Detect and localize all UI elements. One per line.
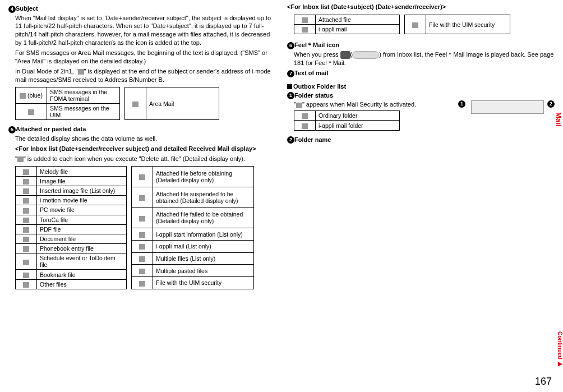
- file-row: Attached file suspended to be obtained (…: [153, 187, 254, 208]
- melody-icon: [23, 169, 29, 175]
- num-5-badge: 5: [8, 126, 16, 133]
- multiple-pasted-icon: [139, 269, 145, 274]
- file-row: Bookmark file: [37, 270, 127, 279]
- sms-blue-icon: [20, 93, 26, 99]
- attached-para-1: The detailed display shows the data volu…: [15, 135, 276, 143]
- sms-table-right: Area Mail: [124, 87, 219, 120]
- sms-blue-label: (blue): [27, 92, 43, 99]
- num-1-badge: 1: [287, 92, 294, 99]
- iappli-mail-icon: [139, 244, 145, 250]
- inbox-table-left: Attached file i-αppli mail: [294, 15, 400, 34]
- file-row: Other files: [37, 279, 127, 289]
- subject-para-3: In Dual Mode of 2in1, "" is displayed at…: [15, 67, 276, 84]
- attached-para-2: "" is added to each icon when you execut…: [15, 155, 276, 163]
- pdf-icon: [23, 227, 29, 233]
- dual-mode-icon: [78, 69, 84, 75]
- bookmark-icon: [23, 273, 29, 278]
- inbox-iappli-text: i-αppli mail: [316, 25, 400, 34]
- file-row: i-αppli start information (List only): [153, 228, 254, 241]
- file-row: Document file: [37, 234, 127, 244]
- continued-label: Continued ▶: [557, 331, 563, 367]
- att-before-icon: [139, 174, 145, 180]
- iappli-folder-icon: [302, 123, 308, 129]
- file-row: ToruCa file: [37, 215, 127, 224]
- pc-movie-icon: [23, 208, 29, 214]
- phonebook-icon: [23, 246, 29, 252]
- file-row: File with the UIM security: [153, 277, 254, 289]
- area-mail-icon: [132, 102, 139, 107]
- sms-foma-text: SMS messages in the FOMA terminal: [47, 87, 120, 104]
- iappli-mail-icon-2: [302, 27, 308, 33]
- outbox-table: Ordinary folder i-αppli mail folder: [294, 110, 400, 130]
- inbox-attached-text: Attached file: [316, 15, 400, 24]
- file-table-left: Melody file Image file Inserted image fi…: [15, 166, 127, 289]
- callout-2: 2: [547, 100, 555, 108]
- inbox-uim-text: File with the UIM security: [426, 15, 510, 34]
- uim-security-icon-2: [412, 22, 418, 28]
- file-table-right: Attached file before obtaining (Detailed…: [131, 166, 254, 289]
- inbox-sub-heading: <For Inbox list (Date+subject) (Date+sen…: [287, 3, 555, 11]
- ordinary-folder-icon: [302, 113, 308, 119]
- num-7-badge: 7: [287, 70, 294, 77]
- file-row: Multiple files (List only): [153, 252, 254, 265]
- folder-name-heading: Folder name: [294, 136, 331, 143]
- feel-mail-heading: Feel＊Mail icon: [294, 41, 339, 48]
- outbox-screenshot-icon: [471, 100, 544, 114]
- folder-status-heading: Folder status: [294, 92, 333, 99]
- schedule-icon: [23, 260, 29, 265]
- subject-para-2: For SMS messages or Area Mail messages, …: [15, 49, 276, 66]
- right-column: <For Inbox list (Date+subject) (Date+sen…: [287, 3, 555, 293]
- file-row: i-αppli mail (List only): [153, 240, 254, 252]
- outbox-screenshot-group: 1 2: [458, 100, 555, 114]
- feel-bar-icon: [352, 51, 379, 59]
- num-4-badge: 4: [8, 6, 16, 13]
- file-row: Multiple pasted files: [153, 265, 254, 277]
- file-row: Attached file before obtaining (Detailed…: [153, 167, 254, 187]
- sms-uim-text: SMS messages on the UIM: [47, 104, 120, 120]
- inbox-table-right: File with the UIM security: [404, 15, 510, 34]
- image-icon: [23, 179, 29, 185]
- text-of-mail-heading: Text of mail: [294, 70, 328, 76]
- attached-sub1: <For Inbox list (Date+sender/receiver su…: [15, 145, 276, 153]
- file-row: Phonebook entry file: [37, 244, 127, 253]
- sms-table-left: (blue) SMS messages in the FOMA terminal…: [15, 87, 120, 120]
- iappli-folder-text: i-αppli mail folder: [316, 121, 400, 130]
- att-suspended-icon: [139, 195, 145, 201]
- file-row: PDF file: [37, 224, 127, 234]
- attached-file-icon: [302, 17, 308, 23]
- file-row: i-motion movie file: [37, 196, 127, 205]
- uim-security-icon: [139, 281, 145, 287]
- file-row: Attached file failed to be obtained (Det…: [153, 207, 254, 228]
- left-column: 4Subject When "Mail list display" is set…: [8, 3, 276, 293]
- page-number: 167: [535, 376, 552, 388]
- feel-mail-para: When you press () from Inbox list, the F…: [294, 50, 555, 67]
- attached-heading: Attached or pasted data: [16, 126, 86, 132]
- other-files-icon: [23, 282, 29, 288]
- outbox-heading: Outbox Folder list: [293, 83, 346, 90]
- file-row: Schedule event or ToDo item file: [37, 253, 127, 270]
- iappli-start-icon: [139, 232, 145, 238]
- file-row: Inserted image file (List only): [37, 186, 127, 195]
- imotion-icon: [23, 198, 29, 204]
- toruca-icon: [23, 218, 29, 223]
- file-row: PC movie file: [37, 205, 127, 215]
- num-6-badge: 6: [287, 42, 294, 49]
- file-row: Image file: [37, 176, 127, 186]
- lock-icon: [296, 103, 302, 108]
- ordinary-folder-text: Ordinary folder: [316, 111, 400, 121]
- delete-att-icon: [17, 156, 24, 162]
- side-tab-mail: Mail: [555, 112, 563, 126]
- document-icon: [23, 237, 29, 242]
- camera-button-icon: [340, 51, 350, 59]
- callout-1: 1: [458, 100, 465, 108]
- att-failed-icon: [139, 216, 145, 222]
- inserted-image-icon: [23, 188, 29, 194]
- square-bullet-icon: [287, 84, 292, 89]
- subject-para-1: When "Mail list display" is set to "Date…: [15, 14, 276, 47]
- file-row: Melody file: [37, 167, 127, 176]
- subject-heading: Subject: [16, 5, 38, 12]
- num-2-badge: 2: [287, 136, 294, 144]
- multiple-files-icon: [139, 256, 145, 262]
- folder-status-para: "" appears when Mail Security is activat…: [294, 100, 455, 109]
- sms-uim-icon: [28, 109, 34, 115]
